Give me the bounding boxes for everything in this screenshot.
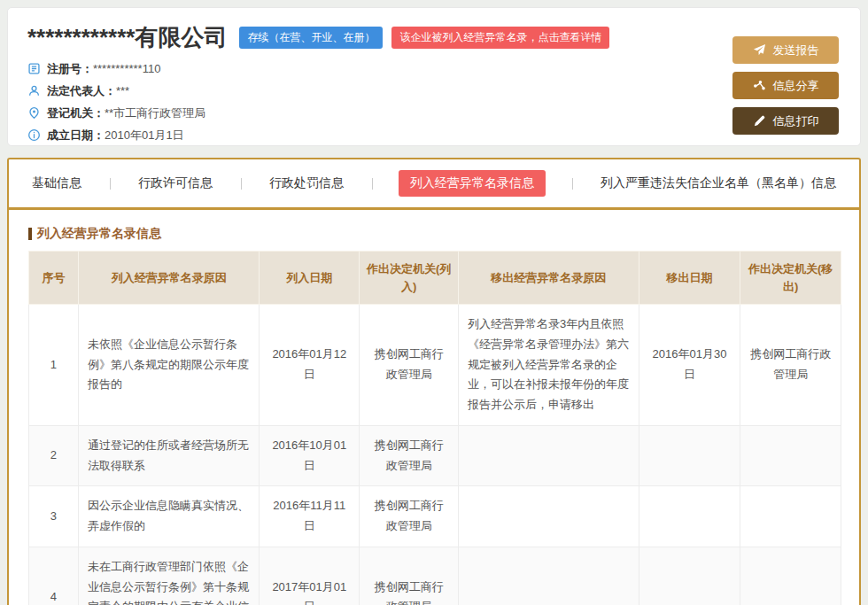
info-value: 2010年01月1日 (105, 128, 184, 143)
section-title-row: 列入经营异常名录信息 (28, 226, 840, 242)
table-cell (740, 425, 841, 486)
share-icon (753, 79, 766, 92)
tab-0[interactable]: 基础信息 (30, 170, 83, 197)
print-icon (753, 114, 766, 128)
location-icon (27, 106, 41, 120)
table-cell (459, 486, 639, 547)
table-cell: 列入经营异常名录3年内且依照《经营异常名录管理办法》第六规定被列入经营异常名录的… (459, 305, 639, 426)
table-header-cell: 作出决定机关(移出) (740, 252, 841, 305)
company-info-row: 成立日期：2010年01月1日 (27, 124, 732, 146)
table-cell: 4 (29, 547, 79, 605)
company-action-buttons: 发送报告信息分享信息打印 (732, 26, 841, 131)
section-title-bar (28, 228, 32, 240)
info-label: 法定代表人： (47, 83, 116, 99)
table-cell: 携创网工商行政管理局 (360, 305, 459, 426)
info-value: ***********110 (93, 62, 160, 75)
company-header-card: ************有限公司 存续（在营、开业、在册） 该企业被列入经营异常… (7, 7, 861, 146)
table-cell: 携创网工商行政管理局 (740, 305, 841, 426)
table-cell: 2016年01月30日 (639, 305, 740, 426)
info-icon (27, 128, 41, 142)
table-cell (740, 486, 841, 547)
company-info-row: 登记机关：**市工商行政管理局 (27, 102, 732, 124)
detail-section-card: 基础信息行政许可信息行政处罚信息列入经营异常名录信息列入严重违法失信企业名单（黑… (7, 158, 861, 605)
abnormal-warning-badge[interactable]: 该企业被列入经营异常名录，点击查看详情 (391, 27, 609, 49)
info-value: **市工商行政管理局 (105, 105, 205, 121)
table-header-cell: 移出经营异常名录原因 (459, 252, 639, 305)
table-row: 3因公示企业信息隐瞒真实情况、弄虚作假的2016年11月11日携创网工商行政管理… (29, 486, 841, 547)
company-info-block: ************有限公司 存续（在营、开业、在册） 该企业被列入经营异常… (27, 26, 732, 131)
company-info-row: 法定代表人：*** (27, 80, 732, 102)
send-icon (753, 43, 766, 57)
table-cell: 2 (29, 425, 79, 486)
table-header-cell: 列入经营异常名录原因 (78, 252, 260, 305)
table-cell: 携创网工商行政管理局 (360, 547, 459, 605)
table-cell: 2016年10月01日 (260, 425, 360, 486)
table-cell (459, 425, 639, 486)
table-header-row: 序号列入经营异常名录原因列入日期作出决定机关(列入)移出经营异常名录原因移出日期… (29, 252, 841, 305)
action-button-label: 发送报告 (773, 43, 819, 58)
info-label: 成立日期： (47, 128, 105, 143)
action-button-label: 信息分享 (773, 78, 819, 94)
table-cell (459, 547, 639, 605)
action-button-label: 信息打印 (773, 113, 819, 129)
tab-separator (241, 178, 242, 190)
tab-2[interactable]: 行政处罚信息 (267, 170, 345, 197)
table-header-cell: 作出决定机关(列入) (360, 252, 459, 305)
tab-bar: 基础信息行政许可信息行政处罚信息列入经营异常名录信息列入严重违法失信企业名单（黑… (9, 159, 859, 210)
table-cell: 2016年11月11日 (260, 486, 360, 547)
table-cell: 1 (29, 305, 79, 426)
table-header-cell: 列入日期 (260, 252, 360, 305)
table-cell (639, 425, 740, 486)
tab-1[interactable]: 行政许可信息 (136, 170, 214, 197)
abnormal-records-table: 序号列入经营异常名录原因列入日期作出决定机关(列入)移出经营异常名录原因移出日期… (28, 251, 841, 605)
company-info-list: 注册号：***********110法定代表人：***登记机关：**市工商行政管… (27, 58, 732, 146)
print-info-button[interactable]: 信息打印 (732, 107, 839, 135)
tab-3-active[interactable]: 列入经营异常名录信息 (399, 170, 546, 197)
table-cell: 通过登记的住所或者经营场所无法取得联系 (78, 425, 260, 486)
tab-separator (572, 178, 573, 190)
table-header-cell: 序号 (29, 252, 79, 305)
table-cell: 3 (29, 486, 79, 547)
company-name-row: ************有限公司 存续（在营、开业、在册） 该企业被列入经营异常… (27, 26, 732, 49)
section-title: 列入经营异常名录信息 (37, 226, 161, 242)
table-cell (639, 486, 740, 547)
table-row: 4未在工商行政管理部门依照《企业信息公示暂行条例》第十条规定责令的期限内公示有关… (29, 547, 841, 605)
status-badge: 存续（在营、开业、在册） (239, 27, 383, 49)
table-body: 1未依照《企业信息公示暂行条例》第八条规定的期限公示年度报告的2016年01月1… (29, 305, 841, 605)
tab-separator (110, 178, 111, 190)
table-row: 2通过登记的住所或者经营场所无法取得联系2016年10月01日携创网工商行政管理… (29, 425, 841, 486)
table-cell: 2016年01月12日 (260, 305, 360, 426)
table-cell: 未在工商行政管理部门依照《企业信息公示暂行条例》第十条规定责令的期限内公示有关企… (78, 547, 260, 605)
table-cell: 携创网工商行政管理局 (360, 425, 459, 486)
tab-separator (372, 178, 373, 190)
table-cell: 携创网工商行政管理局 (360, 486, 459, 547)
table-cell (639, 547, 740, 605)
share-info-button[interactable]: 信息分享 (732, 72, 839, 99)
registration-icon (27, 62, 41, 75)
info-label: 注册号： (47, 61, 93, 77)
table-cell: 未依照《企业信息公示暂行条例》第八条规定的期限公示年度报告的 (78, 305, 260, 426)
table-cell: 2017年01月01日 (260, 547, 360, 605)
info-label: 登记机关： (47, 105, 105, 121)
send-report-button[interactable]: 发送报告 (732, 36, 839, 64)
info-value: *** (116, 84, 129, 97)
table-cell (740, 547, 841, 605)
table-header-cell: 移出日期 (639, 252, 740, 305)
person-icon (27, 84, 41, 97)
company-name: ************有限公司 (27, 26, 227, 49)
table-cell: 因公示企业信息隐瞒真实情况、弄虚作假的 (78, 486, 260, 547)
table-row: 1未依照《企业信息公示暂行条例》第八条规定的期限公示年度报告的2016年01月1… (29, 305, 841, 426)
tab-4[interactable]: 列入严重违法失信企业名单（黑名单）信息 (599, 170, 838, 197)
company-info-row: 注册号：***********110 (27, 58, 732, 80)
